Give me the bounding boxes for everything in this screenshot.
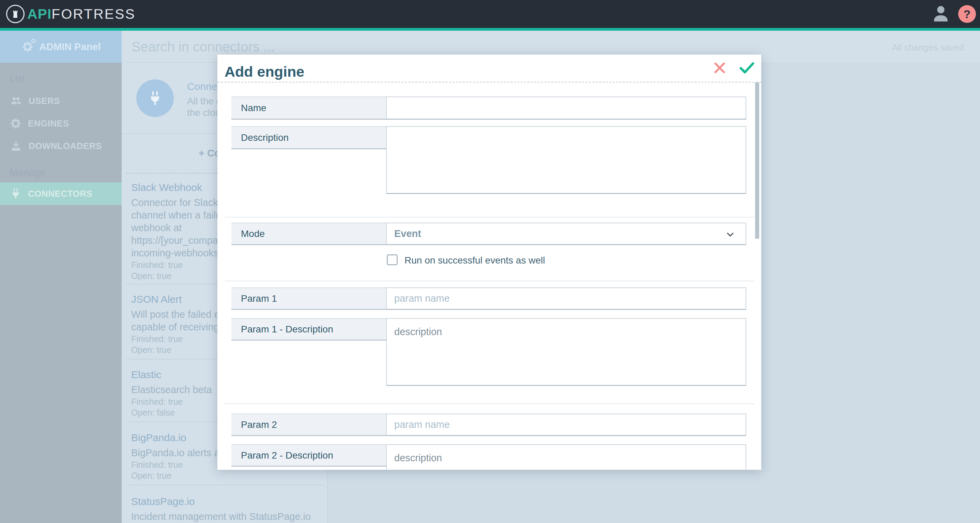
help-icon[interactable]: ? [958, 5, 976, 23]
param2-description-field-label: Param 2 - Description [231, 444, 386, 467]
sidebar-item-engines[interactable]: ENGINES [0, 113, 122, 134]
param2-description-textarea[interactable] [386, 444, 746, 470]
fortress-glyph-icon [10, 9, 21, 19]
close-icon[interactable] [713, 61, 726, 74]
section-divider [224, 217, 754, 217]
param2-field-label: Param 2 [231, 413, 386, 436]
list-divider [126, 485, 323, 485]
accent-divider [0, 28, 980, 31]
gears-icon [10, 117, 22, 129]
connectors-panel-title: Conne [187, 81, 217, 92]
param1-field-label: Param 1 [231, 287, 386, 310]
list-item[interactable]: StatusPage.io Incident management with S… [131, 496, 322, 523]
description-field-label: Description [231, 126, 386, 149]
plug-icon [147, 90, 163, 106]
confirm-check-icon[interactable] [739, 59, 755, 76]
sidebar-item-label: ENGINES [28, 118, 69, 129]
param1-input[interactable] [386, 287, 746, 310]
param1-description-textarea[interactable] [386, 318, 746, 386]
brand-fortress: FORTRESS [51, 6, 135, 22]
sidebar-item-label: USERS [29, 96, 60, 106]
sidebar-header-label: ADMIN Panel [39, 41, 100, 53]
connectors-avatar [136, 80, 174, 117]
connectors-panel-subtitle-1: All the c [187, 96, 221, 107]
user-account-icon[interactable] [931, 4, 951, 24]
modal-scrollbar-thumb[interactable] [755, 83, 759, 239]
mode-field-label: Mode [231, 223, 386, 245]
mode-select-value: Event [394, 228, 421, 239]
download-icon [10, 139, 22, 152]
name-input[interactable] [386, 96, 746, 120]
connector-title: StatusPage.io [131, 496, 322, 510]
name-field-label: Name [231, 96, 386, 120]
connector-desc-line: Incident management with StatusPage.io [131, 510, 322, 523]
brand-api: API [27, 6, 51, 22]
modal-header-divider [217, 82, 761, 83]
param2-input[interactable] [386, 413, 746, 436]
sidebar-item-downloaders[interactable]: DOWNLOADERS [0, 135, 122, 157]
run-on-success-checkbox[interactable] [387, 254, 398, 265]
sidebar-item-connectors[interactable]: CONNECTORS [0, 182, 122, 205]
param1-description-field-label: Param 1 - Description [231, 318, 386, 341]
description-textarea[interactable] [386, 126, 746, 194]
modal-title: Add engine [224, 64, 304, 80]
add-engine-modal: Add engine Name Description Mode Event [217, 54, 761, 470]
section-divider [224, 403, 754, 404]
section-divider [224, 281, 754, 281]
sidebar-item-label: DOWNLOADERS [29, 141, 102, 151]
users-icon [10, 94, 22, 107]
top-bar: APIFORTRESS ? [0, 0, 980, 28]
status-saved-text: All changes saved. [892, 42, 966, 53]
question-mark-glyph: ? [964, 8, 971, 21]
sidebar-section-list: List [10, 73, 25, 85]
sidebar-header-admin-panel[interactable]: ADMIN Panel [0, 31, 122, 63]
run-on-success-label: Run on successful events as well [404, 255, 545, 266]
apifortress-logo-icon [6, 5, 24, 23]
sidebar-item-label: CONNECTORS [28, 188, 92, 199]
brand: APIFORTRESS [27, 0, 135, 28]
app-window: APIFORTRESS ? All changes saved. Conne A… [0, 0, 980, 523]
sidebar-section-manage: Manage [10, 167, 45, 178]
plug-icon [10, 188, 22, 200]
connectors-panel-subtitle-2: the clou [187, 107, 221, 118]
gears-icon [21, 41, 34, 53]
connector-meta: Open: true [131, 470, 322, 481]
chevron-down-icon [725, 229, 735, 239]
sidebar: ADMIN Panel List USERS ENGINES DOWNLOADE… [0, 31, 122, 523]
mode-select[interactable]: Event [386, 223, 746, 245]
sidebar-item-users[interactable]: USERS [0, 90, 122, 112]
